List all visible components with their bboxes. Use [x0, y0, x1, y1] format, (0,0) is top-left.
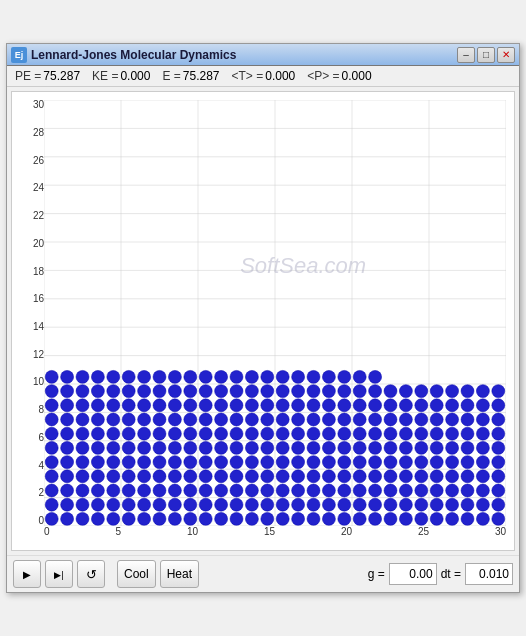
step-button[interactable]	[45, 560, 73, 588]
t-label: <T> =	[232, 69, 264, 83]
y-axis-label: 14	[16, 322, 44, 332]
app-icon: Ej	[11, 47, 27, 63]
pe-stat: PE = 75.287	[15, 69, 80, 83]
y-axis-label: 18	[16, 267, 44, 277]
x-axis-label: 20	[341, 526, 352, 546]
y-axis-label: 28	[16, 128, 44, 138]
y-axis-label: 4	[16, 461, 44, 471]
play-button[interactable]	[13, 560, 41, 588]
heat-button[interactable]: Heat	[160, 560, 199, 588]
t-stat: <T> = 0.000	[232, 69, 296, 83]
y-axis-label: 20	[16, 239, 44, 249]
ke-stat: KE = 0.000	[92, 69, 150, 83]
window-title: Lennard-Jones Molecular Dynamics	[31, 48, 457, 62]
x-axis-label: 25	[418, 526, 429, 546]
ke-value: 0.000	[120, 69, 150, 83]
step-icon	[54, 567, 63, 581]
y-axis-label: 2	[16, 488, 44, 498]
x-axis-label: 30	[495, 526, 506, 546]
g-input[interactable]	[389, 563, 437, 585]
g-label: g =	[368, 567, 385, 581]
y-axis-label: 16	[16, 294, 44, 304]
y-axis: 024681012141618202224262830	[16, 100, 44, 526]
dt-label: dt =	[441, 567, 461, 581]
x-axis: 051015202530	[44, 526, 506, 546]
e-stat: E = 75.287	[162, 69, 219, 83]
p-label: <P> =	[307, 69, 339, 83]
app-icon-text: Ej	[15, 50, 24, 60]
y-axis-label: 26	[16, 156, 44, 166]
simulation-canvas	[44, 100, 506, 526]
y-axis-label: 0	[16, 516, 44, 526]
close-button[interactable]: ✕	[497, 47, 515, 63]
play-icon	[23, 567, 31, 581]
p-stat: <P> = 0.000	[307, 69, 371, 83]
minimize-button[interactable]: –	[457, 47, 475, 63]
y-axis-label: 10	[16, 377, 44, 387]
y-axis-label: 12	[16, 350, 44, 360]
window-controls: – □ ✕	[457, 47, 515, 63]
titlebar: Ej Lennard-Jones Molecular Dynamics – □ …	[7, 44, 519, 66]
dt-field: dt =	[441, 563, 513, 585]
maximize-button[interactable]: □	[477, 47, 495, 63]
x-axis-label: 5	[115, 526, 121, 546]
y-axis-label: 24	[16, 183, 44, 193]
g-field: g =	[368, 563, 437, 585]
chart-area: 024681012141618202224262830 051015202530…	[11, 91, 515, 551]
toolbar: Cool Heat g = dt =	[7, 555, 519, 592]
y-axis-label: 8	[16, 405, 44, 415]
t-value: 0.000	[265, 69, 295, 83]
ke-label: KE =	[92, 69, 118, 83]
main-window: Ej Lennard-Jones Molecular Dynamics – □ …	[6, 43, 520, 593]
y-axis-label: 22	[16, 211, 44, 221]
reset-icon	[86, 567, 97, 582]
reset-button[interactable]	[77, 560, 105, 588]
pe-label: PE =	[15, 69, 41, 83]
x-axis-label: 0	[44, 526, 50, 546]
cool-button[interactable]: Cool	[117, 560, 156, 588]
stats-bar: PE = 75.287 KE = 0.000 E = 75.287 <T> = …	[7, 66, 519, 87]
e-value: 75.287	[183, 69, 220, 83]
dt-input[interactable]	[465, 563, 513, 585]
y-axis-label: 30	[16, 100, 44, 110]
x-axis-label: 10	[187, 526, 198, 546]
e-label: E =	[162, 69, 180, 83]
pe-value: 75.287	[43, 69, 80, 83]
x-axis-label: 15	[264, 526, 275, 546]
y-axis-label: 6	[16, 433, 44, 443]
p-value: 0.000	[342, 69, 372, 83]
